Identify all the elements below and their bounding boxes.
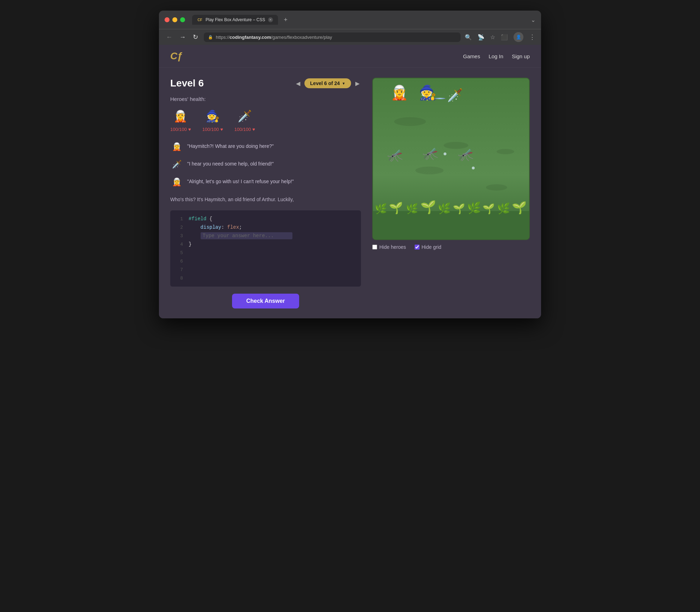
game-hero-3: 🗡️: [447, 89, 463, 102]
dialog-text-2: "I hear you need some help, old friend!": [187, 158, 274, 168]
hide-heroes-label[interactable]: Hide heroes: [372, 244, 406, 250]
story-text: Who's this? It's Haymitch, an old friend…: [170, 196, 361, 203]
line-num-7: 7: [174, 267, 183, 272]
hero-sprite-2: 🧙: [204, 108, 221, 125]
level-nav: ◀ Level 6 of 24 ▶: [295, 78, 361, 88]
hero-sprite-3: 🗡️: [236, 108, 253, 125]
line-num-8: 8: [174, 276, 183, 281]
dialog-avatar-2: 🗡️: [170, 158, 183, 171]
main-content: Level 6 ◀ Level 6 of 24 ▶ Heroes' health…: [159, 68, 541, 318]
dialog-text-3: "Alright, let's go with us! I can't refu…: [187, 176, 294, 185]
tab-close-button[interactable]: ✕: [268, 17, 273, 22]
profile-icon[interactable]: 👤: [514, 32, 523, 42]
right-panel: 🧝 🧙 🗡️ 🦟 🦟 🦟: [372, 78, 530, 308]
game-hero-2: 🧙: [419, 85, 437, 100]
dialog-section: 🧝 "Haymitch?! What are you doing here?" …: [170, 140, 361, 188]
code-line-1: 1 #field {: [170, 215, 361, 223]
code-line-6: 6: [170, 257, 361, 265]
line-num-3: 3: [174, 233, 183, 239]
nav-games[interactable]: Games: [463, 53, 480, 59]
grass-tuft-7: 🌿: [467, 201, 481, 215]
hero-item: 🧝 100/100 ♥: [170, 108, 191, 132]
code-editor: 1 #field { 2 display : flex ; 3: [170, 210, 361, 287]
nav-signup[interactable]: Sign up: [512, 53, 530, 59]
code-val-flex: flex: [227, 224, 239, 230]
code-line-2: 2 display : flex ;: [170, 223, 361, 232]
heroes-label: Heroes' health:: [170, 96, 361, 102]
code-line-3: 3: [170, 232, 361, 240]
next-level-button[interactable]: ▶: [354, 79, 361, 88]
toolbar-icons: 🔍 📡 ☆ ⬛ 👤 ⋮: [465, 32, 535, 42]
new-tab-button[interactable]: +: [281, 15, 291, 25]
grass-ground: 🌿 🌱 🌿 🌱 🌿 🌱 🌿 🌱 🌿 🌱 🪨: [373, 211, 529, 239]
url-text: https://codingfantasy.com/games/flexboxa…: [216, 35, 456, 40]
hero-health-1: 100/100 ♥: [170, 127, 191, 132]
hero-item-3: 🗡️ 100/100 ♥: [234, 108, 255, 132]
line-num-6: 6: [174, 259, 183, 264]
grass-patch-3: [497, 149, 514, 154]
line-num-5: 5: [174, 250, 183, 256]
site-nav: Cƒ Games Log In Sign up: [159, 45, 541, 68]
minimize-button[interactable]: [172, 17, 177, 22]
browser-toolbar: ← → ↻ 🔒 https://codingfantasy.com/games/…: [159, 29, 541, 45]
left-panel: Level 6 ◀ Level 6 of 24 ▶ Heroes' health…: [170, 78, 361, 308]
heart-icon-1: ♥: [188, 127, 191, 132]
grass-tuft-6: 🌱: [453, 203, 465, 215]
browser-window: CF Play Flex Box Adventure – CSS ✕ + ⌄ ←…: [159, 11, 541, 318]
grass-tuft-4: 🌱: [420, 200, 436, 215]
game-enemy-1: 🦟: [387, 149, 403, 162]
lock-icon: 🔒: [208, 35, 213, 40]
dialog-avatar-3: 🧝: [170, 176, 183, 188]
back-button[interactable]: ←: [165, 32, 174, 42]
nav-login[interactable]: Log In: [488, 53, 503, 59]
projectile: [435, 98, 445, 99]
dialog-text-1: "Haymitch?! What are you doing here?": [187, 140, 274, 150]
heart-icon-2: ♥: [220, 127, 223, 132]
prev-level-button[interactable]: ◀: [295, 79, 302, 88]
code-line-8: 8: [170, 274, 361, 282]
hide-heroes-checkbox[interactable]: [372, 245, 377, 250]
close-button[interactable]: [165, 17, 170, 22]
website-content: Cƒ Games Log In Sign up Level 6 ◀ Level …: [159, 45, 541, 318]
heart-icon-3: ♥: [252, 127, 255, 132]
tab-title: Play Flex Box Adventure – CSS: [206, 17, 265, 22]
reload-button[interactable]: ↻: [191, 32, 200, 42]
grass-tuft-8: 🌱: [482, 203, 495, 215]
hide-grid-label[interactable]: Hide grid: [415, 244, 441, 250]
game-canvas: 🧝 🧙 🗡️ 🦟 🦟 🦟: [373, 78, 529, 239]
grass-patch-4: [415, 167, 444, 174]
site-nav-links: Games Log In Sign up: [463, 53, 530, 59]
game-enemy-2: 🦟: [422, 147, 438, 160]
grass-tuft-2: 🌱: [389, 201, 403, 215]
level-badge[interactable]: Level 6 of 24: [304, 78, 351, 88]
hide-grid-checkbox[interactable]: [415, 245, 420, 250]
maximize-button[interactable]: [180, 17, 185, 22]
traffic-lights: [165, 17, 185, 22]
code-line-4: 4 }: [170, 240, 361, 248]
grass-tuft-3: 🌿: [406, 203, 418, 215]
check-btn-container: Check Answer: [170, 294, 361, 308]
hero-health-2: 100/100 ♥: [202, 127, 223, 132]
extensions-icon[interactable]: ⬛: [501, 34, 508, 41]
address-bar[interactable]: 🔒 https://codingfantasy.com/games/flexbo…: [204, 32, 461, 42]
tab-bar-chevron[interactable]: ⌄: [531, 17, 535, 23]
browser-titlebar: CF Play Flex Box Adventure – CSS ✕ + ⌄: [159, 11, 541, 29]
cast-icon[interactable]: 📡: [477, 34, 485, 41]
grass-row: 🌿 🌱 🌿 🌱 🌿 🌱 🌿 🌱 🌿 🌱 🪨: [373, 204, 529, 215]
active-tab[interactable]: CF Play Flex Box Adventure – CSS ✕: [192, 15, 278, 25]
search-icon[interactable]: 🔍: [465, 34, 472, 41]
game-viewport: 🧝 🧙 🗡️ 🦟 🦟 🦟: [372, 78, 530, 240]
bookmark-icon[interactable]: ☆: [490, 34, 495, 41]
answer-input[interactable]: [201, 232, 292, 239]
grass-tuft-1: 🌿: [375, 203, 387, 215]
grass-tuft-5: 🌿: [438, 202, 451, 215]
line-num-2: 2: [174, 225, 183, 230]
hero-sprite-1: 🧝: [172, 108, 189, 125]
forward-button[interactable]: →: [178, 32, 187, 42]
menu-icon[interactable]: ⋮: [529, 33, 535, 41]
check-answer-button[interactable]: Check Answer: [232, 294, 299, 308]
heroes-row: 🧝 100/100 ♥ 🧙 100/100 ♥: [170, 108, 361, 132]
dialog-line-1: 🧝 "Haymitch?! What are you doing here?": [170, 140, 361, 153]
dialog-line-3: 🧝 "Alright, let's go with us! I can't re…: [170, 176, 361, 188]
code-line-5: 5: [170, 248, 361, 257]
